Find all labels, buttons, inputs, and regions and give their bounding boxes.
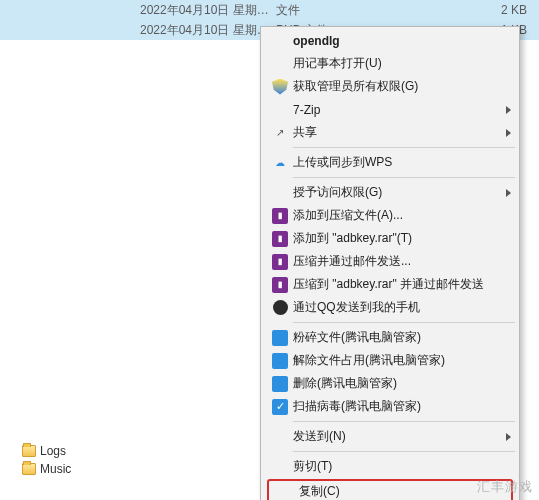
menu-item-admin-priv[interactable]: 获取管理员所有权限(G) [263, 75, 517, 98]
menu-separator [293, 177, 515, 178]
share-icon: ↗ [267, 123, 293, 143]
chevron-right-icon [506, 189, 511, 197]
menu-item-label: 共享 [293, 124, 499, 141]
menu-item-send-to[interactable]: 发送到(N) [263, 425, 517, 448]
menu-separator [293, 147, 515, 148]
menu-item-add-archive[interactable]: ▮添加到压缩文件(A)... [263, 204, 517, 227]
qq-icon [267, 298, 293, 318]
menu-item-label: 授予访问权限(G) [293, 184, 499, 201]
menu-item-label: 压缩并通过邮件发送... [293, 253, 499, 270]
file-row[interactable]: 2022年04月10日 星期… 文件 2 KB [0, 0, 539, 20]
file-type: 文件 [276, 2, 336, 19]
menu-item-label: 发送到(N) [293, 428, 499, 445]
folder-icon [22, 445, 36, 457]
blank-icon [267, 457, 293, 477]
tree-item-logs[interactable]: Logs [0, 442, 240, 460]
menu-item-share[interactable]: ↗共享 [263, 121, 517, 144]
folder-icon [22, 463, 36, 475]
menu-item-label: 粉碎文件(腾讯电脑管家) [293, 329, 499, 346]
menu-item-compress-to-mail[interactable]: ▮压缩到 "adbkey.rar" 并通过邮件发送 [263, 273, 517, 296]
blank-icon [267, 31, 293, 51]
guanjia-icon [267, 351, 293, 371]
guanjia-icon [267, 374, 293, 394]
menu-item-add-to-rar[interactable]: ▮添加到 "adbkey.rar"(T) [263, 227, 517, 250]
guanjia-icon [267, 328, 293, 348]
menu-item-grant-access[interactable]: 授予访问权限(G) [263, 181, 517, 204]
menu-item-copy[interactable]: 复制(C) [269, 481, 511, 500]
menu-item-unlock-file[interactable]: 解除文件占用(腾讯电脑管家) [263, 349, 517, 372]
blank-icon [267, 100, 293, 120]
blank-icon [267, 54, 293, 74]
menu-item-label: 上传或同步到WPS [293, 154, 499, 171]
menu-item-label: 用记事本打开(U) [293, 55, 499, 72]
menu-separator [293, 421, 515, 422]
shield-icon [267, 77, 293, 97]
menu-item-label: 7-Zip [293, 103, 499, 117]
menu-item-label: 复制(C) [299, 483, 493, 500]
file-date: 2022年04月10日 星期… [140, 22, 270, 39]
blank-icon [267, 183, 293, 203]
menu-item-open-notepad[interactable]: 用记事本打开(U) [263, 52, 517, 75]
menu-item-label: 剪切(T) [293, 458, 499, 475]
menu-header: opendlg [263, 29, 517, 52]
menu-item-delete-guanjia[interactable]: 删除(腾讯电脑管家) [263, 372, 517, 395]
menu-item-shred[interactable]: 粉碎文件(腾讯电脑管家) [263, 326, 517, 349]
menu-item-upload-wps[interactable]: ☁上传或同步到WPS [263, 151, 517, 174]
file-size: 2 KB [342, 3, 535, 17]
archive-icon: ▮ [267, 229, 293, 249]
menu-item-compress-mail[interactable]: ▮压缩并通过邮件发送... [263, 250, 517, 273]
chevron-right-icon [506, 129, 511, 137]
archive-icon: ▮ [267, 275, 293, 295]
menu-item-qq-phone[interactable]: 通过QQ发送到我的手机 [263, 296, 517, 319]
menu-item-label: 删除(腾讯电脑管家) [293, 375, 499, 392]
menu-item-scan-virus[interactable]: ✓扫描病毒(腾讯电脑管家) [263, 395, 517, 418]
tree-label: Music [40, 462, 71, 476]
file-date: 2022年04月10日 星期… [140, 2, 270, 19]
menu-separator [293, 322, 515, 323]
blank-icon [267, 427, 293, 447]
menu-item-label: 扫描病毒(腾讯电脑管家) [293, 398, 499, 415]
scan-icon: ✓ [267, 397, 293, 417]
menu-item-label: 通过QQ发送到我的手机 [293, 299, 499, 316]
archive-icon: ▮ [267, 206, 293, 226]
menu-separator [293, 451, 515, 452]
archive-icon: ▮ [267, 252, 293, 272]
blank-icon [273, 482, 299, 501]
menu-item-label: 压缩到 "adbkey.rar" 并通过邮件发送 [293, 276, 499, 293]
menu-item-label: 解除文件占用(腾讯电脑管家) [293, 352, 499, 369]
watermark: 汇丰游戏 [477, 478, 533, 496]
tree-label: Logs [40, 444, 66, 458]
menu-header-label: opendlg [293, 34, 499, 48]
folder-tree: Logs Music [0, 442, 240, 478]
context-menu: opendlg 用记事本打开(U)获取管理员所有权限(G)7-Zip↗共享☁上传… [260, 26, 520, 500]
menu-item-cut[interactable]: 剪切(T) [263, 455, 517, 478]
chevron-right-icon [506, 433, 511, 441]
menu-item-label: 添加到压缩文件(A)... [293, 207, 499, 224]
menu-item-label: 获取管理员所有权限(G) [293, 78, 499, 95]
chevron-right-icon [506, 106, 511, 114]
menu-item-label: 添加到 "adbkey.rar"(T) [293, 230, 499, 247]
menu-item-7zip[interactable]: 7-Zip [263, 98, 517, 121]
tree-item-music[interactable]: Music [0, 460, 240, 478]
cloud-icon: ☁ [267, 153, 293, 173]
